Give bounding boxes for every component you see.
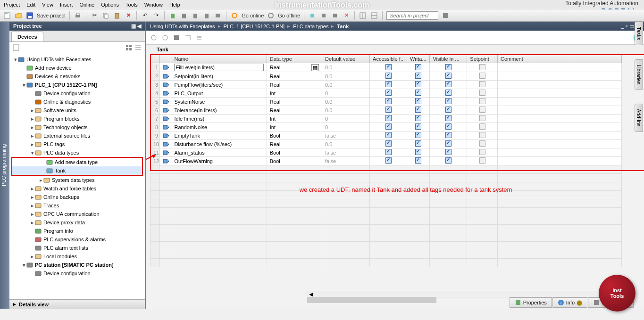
cell-type[interactable]: Real [267, 98, 322, 106]
tree-node-0[interactable]: ▾Using UDTs with Faceplates [9, 55, 145, 64]
editor-tool-5-icon[interactable] [195, 34, 203, 41]
checkbox[interactable] [415, 81, 421, 87]
cell-default[interactable]: 0 [322, 89, 369, 98]
checkbox[interactable] [385, 90, 392, 96]
details-view-bar[interactable]: ▸Details view [9, 299, 145, 309]
checkbox[interactable] [385, 64, 392, 70]
accessible-devices-icon[interactable] [308, 11, 317, 20]
checkbox[interactable] [415, 107, 421, 113]
tree-node-1[interactable]: Add new device [9, 64, 145, 72]
cell-default[interactable]: false [322, 148, 369, 157]
menu-view[interactable]: View [42, 2, 53, 8]
cell-name[interactable]: RandomNoise [171, 123, 267, 131]
checkbox[interactable] [385, 132, 392, 138]
menu-insert[interactable]: Insert [60, 2, 73, 8]
tree-node-19[interactable]: ▸Device proxy data [9, 218, 145, 227]
checkbox[interactable] [445, 107, 452, 113]
cell-name[interactable]: EmptyTank [171, 131, 267, 140]
go-offline-label[interactable]: Go offline [278, 13, 300, 18]
cell-comment[interactable] [498, 115, 622, 123]
tree-node-3[interactable]: ▾PLC_1 [CPU 1512C-1 PN] [9, 81, 145, 89]
go-offline-icon[interactable] [267, 11, 275, 20]
sim-icon[interactable] [202, 11, 211, 20]
compile-icon[interactable] [191, 11, 200, 20]
checkbox[interactable] [479, 149, 485, 155]
window-max-icon[interactable]: ▭ [629, 23, 634, 29]
checkbox[interactable] [385, 140, 392, 147]
cell-type[interactable]: Bool [267, 148, 322, 157]
tree-node-13[interactable]: Tank [12, 166, 142, 175]
table-row[interactable]: 8 RandomNoise Int 0 [151, 123, 622, 131]
cell-type[interactable]: Real [267, 140, 322, 148]
table-row[interactable]: 1 FillLevel(in liters) Real▦ 0.0 [151, 63, 622, 72]
cell-type[interactable]: Int [267, 123, 322, 131]
cell-name[interactable]: Tolerance(in liters) [171, 106, 267, 115]
col-5[interactable]: Accessible f... [370, 55, 407, 63]
tree-node-17[interactable]: ▸Traces [9, 201, 145, 210]
side-tab-tasks[interactable]: Tasks [635, 22, 643, 45]
table-row[interactable]: 4 PLC_Output Int 0 [151, 89, 622, 98]
checkbox[interactable] [385, 73, 392, 79]
tree-node-15[interactable]: ▸Watch and force tables [9, 184, 145, 193]
undo-icon[interactable]: ↶ [141, 11, 149, 20]
tree-node-4[interactable]: Device configuration [9, 89, 145, 98]
table-row[interactable]: 6 Tolerance(in liters) Real 0.0 [151, 106, 622, 115]
tree-node-25[interactable]: Device configuration [9, 269, 145, 278]
tab-properties[interactable]: Properties [510, 297, 552, 308]
cut-icon[interactable]: ✂ [90, 11, 99, 20]
checkbox[interactable] [479, 64, 485, 70]
cell-default[interactable]: false [322, 157, 369, 165]
window-restore-icon[interactable]: ▫ [626, 23, 627, 29]
cross-ref-icon[interactable]: ✕ [342, 11, 351, 20]
upload-icon[interactable] [180, 11, 188, 20]
crumb-1[interactable]: PLC_1 [CPU 1512C-1 PN] [224, 24, 285, 29]
save-icon[interactable] [25, 11, 34, 20]
checkbox[interactable] [415, 132, 421, 138]
cell-comment[interactable] [498, 123, 622, 131]
editor-tool-1-icon[interactable] [150, 34, 158, 41]
checkbox[interactable] [445, 73, 452, 79]
tree-grid-icon[interactable] [125, 44, 133, 51]
checkbox[interactable] [385, 149, 392, 155]
cell-comment[interactable] [498, 98, 622, 106]
cell-comment[interactable] [498, 81, 622, 89]
new-project-icon[interactable] [3, 11, 11, 20]
start-cpu-icon[interactable] [319, 11, 328, 20]
cell-comment[interactable] [498, 148, 622, 157]
cell-name[interactable]: SystemNoise [171, 98, 267, 106]
checkbox[interactable] [385, 115, 392, 121]
menu-online[interactable]: Online [79, 2, 94, 8]
tree-node-12[interactable]: Add new data type [12, 158, 142, 166]
checkbox[interactable] [385, 107, 392, 113]
tree-node-18[interactable]: ▸OPC UA communication [9, 210, 145, 218]
delete-icon[interactable]: ✕ [124, 11, 133, 20]
col-6[interactable]: Writa... [407, 55, 430, 63]
checkbox[interactable] [479, 98, 485, 104]
col-2[interactable]: Name [171, 55, 267, 63]
download-icon[interactable] [168, 11, 177, 20]
checkbox[interactable] [445, 81, 452, 87]
tree-node-22[interactable]: PLC alarm text lists [9, 244, 145, 252]
tree-node-23[interactable]: ▸Local modules [9, 252, 145, 261]
cell-comment[interactable] [498, 106, 622, 115]
search-go-icon[interactable] [441, 11, 450, 20]
menu-project[interactable]: Project [4, 2, 20, 8]
stop-cpu-icon[interactable] [331, 11, 339, 20]
table-row[interactable]: 12 OutFlowWarning Bool false [151, 157, 622, 165]
table-row[interactable]: 5 SystemNoise Real 0.0 [151, 98, 622, 106]
go-online-label[interactable]: Go online [242, 13, 264, 18]
tree-node-20[interactable]: Program info [9, 227, 145, 235]
checkbox[interactable] [445, 115, 452, 121]
checkbox[interactable] [479, 132, 485, 138]
tree-list-icon[interactable] [134, 44, 142, 51]
checkbox[interactable] [415, 90, 421, 96]
tree-node-2[interactable]: Devices & networks [9, 72, 145, 81]
cell-type[interactable]: Real [267, 81, 322, 89]
horizontal-scrollbar[interactable]: ◀ [307, 291, 631, 297]
checkbox[interactable] [415, 140, 421, 147]
checkbox[interactable] [445, 149, 452, 155]
checkbox[interactable] [479, 107, 485, 113]
tree-node-5[interactable]: Online & diagnostics [9, 98, 145, 106]
cell-default[interactable]: 0 [322, 123, 369, 131]
checkbox[interactable] [445, 123, 452, 130]
